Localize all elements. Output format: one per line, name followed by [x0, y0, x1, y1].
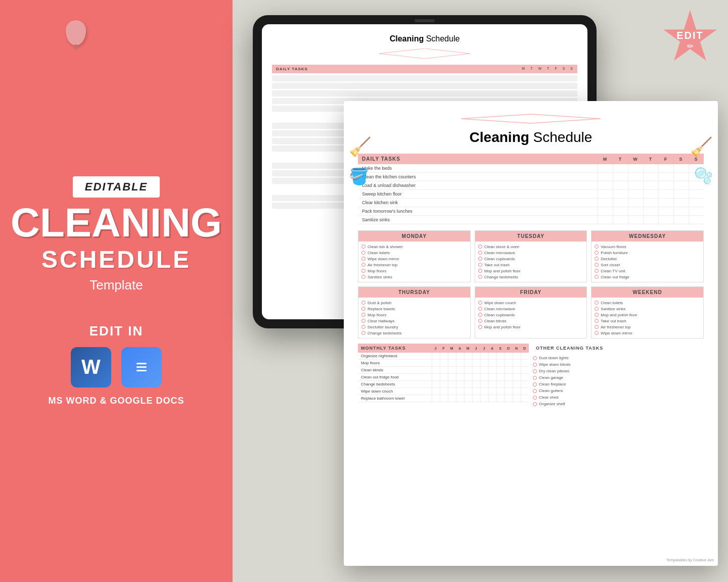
task-dot: [595, 257, 599, 261]
daily-task-check: [689, 190, 704, 199]
monthly-task-check: [448, 381, 456, 388]
other-task-item: Clean fireplace: [533, 381, 704, 387]
monthly-task-check: [464, 353, 472, 360]
day-col-s1: S: [673, 154, 689, 164]
task-text: Change bedsheets: [368, 331, 401, 335]
other-tasks-section: OTHER CLEANING TASKS Dust down lightsWip…: [533, 344, 704, 407]
day-task-item: Sort closet: [595, 262, 700, 268]
task-text: Mop and polish floor: [484, 325, 521, 329]
other-task-dot: [533, 382, 537, 386]
tuesday-tasks: Clean stove & ovenClean microwaveClean c…: [475, 241, 587, 282]
monthly-task-check: [448, 388, 456, 395]
task-text: Sanitize sinks: [601, 307, 625, 311]
month-j3: J: [480, 344, 488, 353]
doc-deco-svg: [455, 113, 607, 124]
editable-box: EDITABLE: [73, 176, 160, 198]
template-label: Template: [89, 277, 143, 293]
day-task-item: Mop and polish floor: [595, 312, 700, 318]
weekend-header: WEEKEND: [592, 287, 703, 298]
other-task-dot: [533, 389, 537, 393]
footer-credit: Templatables by Creative Jam: [666, 558, 714, 562]
month-d: D: [521, 344, 529, 353]
task-dot: [595, 313, 599, 317]
daily-task-check: [673, 207, 689, 216]
task-dot: [595, 263, 599, 267]
monthly-task-check: [448, 353, 456, 360]
day-task-item: Take out trash: [595, 318, 700, 324]
task-dot: [361, 313, 366, 317]
task-dot: [595, 301, 599, 305]
monthly-task-check: [521, 388, 529, 395]
task-text: Dust & polish: [368, 301, 391, 305]
day-task-item: Declutter: [595, 256, 700, 262]
daily-task-check: [628, 173, 643, 181]
daily-task-check: [658, 164, 673, 173]
daily-task-check: [643, 181, 658, 190]
monthly-task-check: [440, 367, 448, 374]
vacuum-icon: 🧹: [690, 136, 713, 158]
day-col-t1: T: [613, 154, 628, 164]
other-task-text: Clean garage: [539, 375, 563, 380]
monthly-task-check: [472, 388, 480, 395]
day-task-item: Clear Hallways: [361, 318, 467, 324]
day-task-item: Change bedsheets: [361, 330, 467, 336]
day-task-item: Clean cupboards: [478, 256, 584, 262]
daily-task-check: [658, 181, 673, 190]
monthly-task-check: [496, 395, 505, 402]
day-task-item: Take out trash: [478, 262, 584, 268]
monthly-task-check: [488, 395, 496, 402]
day-task-item: Clean microwave: [478, 306, 584, 312]
monthly-task-check: [488, 381, 496, 388]
tuesday-section: TUESDAY Clean stove & ovenClean microwav…: [475, 230, 587, 282]
other-task-text: Dust down lights: [539, 356, 569, 360]
monthly-task-name: Change bedsheets: [358, 381, 432, 388]
task-text: Air freshener top: [601, 325, 630, 329]
day-task-item: Wipe down couch: [478, 300, 584, 306]
tablet-doc-title: Cleaning Schedule: [272, 34, 577, 43]
day-col-t2: T: [643, 154, 658, 164]
monday-tasks: Clean tub & showerClean toiletsWipe down…: [358, 241, 470, 282]
monthly-task-check: [513, 381, 521, 388]
task-dot: [361, 325, 366, 329]
other-task-dot: [533, 396, 537, 400]
monthly-task-check: [505, 381, 513, 388]
monthly-task-check: [432, 381, 440, 388]
task-dot: [478, 319, 482, 323]
left-panel: EDITABLE CLEANING SCHEDULE Template EDIT…: [0, 0, 233, 582]
monthly-task-check: [505, 353, 513, 360]
word-letter: W: [81, 356, 101, 378]
daily-task-check: [658, 190, 673, 199]
other-task-item: Organize shelf: [533, 401, 704, 407]
day-task-item: Sanitize sinks: [595, 306, 700, 312]
decorative-pin: [66, 20, 86, 45]
weekly-grid: MONDAY Clean tub & showerClean toiletsWi…: [358, 230, 704, 338]
word-icon: W: [71, 347, 111, 387]
monthly-task-check: [496, 367, 505, 374]
monthly-table: MONTHLY TASKS J F M A M J J A S O N: [358, 344, 529, 402]
daily-task-name: Pack tomorrow's lunches: [358, 207, 598, 216]
task-dot: [361, 257, 366, 261]
monthly-grid: MONTHLY TASKS J F M A M J J A S O N: [358, 344, 704, 407]
monthly-task-check: [488, 374, 496, 381]
monthly-task-check: [480, 360, 488, 367]
monthly-task-check: [464, 374, 472, 381]
monthly-task-check: [496, 353, 505, 360]
daily-task-check: [628, 181, 643, 190]
monthly-header: MONTHLY TASKS: [358, 344, 432, 353]
other-task-text: Clean gutters: [539, 389, 563, 393]
day-task-item: Clean tub & shower: [361, 244, 467, 250]
task-text: Clean microwave: [484, 251, 515, 255]
other-task-dot: [533, 369, 537, 373]
friday-header: FRIDAY: [475, 287, 587, 298]
task-dot: [361, 269, 366, 273]
monthly-task-check: [480, 388, 488, 395]
monthly-task-check: [456, 388, 464, 395]
monthly-task-check: [432, 360, 440, 367]
monthly-task-name: Wipe down couch: [358, 388, 432, 395]
daily-task-check: [628, 199, 643, 207]
task-text: Declutter laundry: [368, 325, 398, 329]
other-task-item: Dry clean pillows: [533, 368, 704, 374]
monthly-task-check: [513, 360, 521, 367]
task-dot: [478, 301, 482, 305]
task-dot: [595, 325, 599, 329]
